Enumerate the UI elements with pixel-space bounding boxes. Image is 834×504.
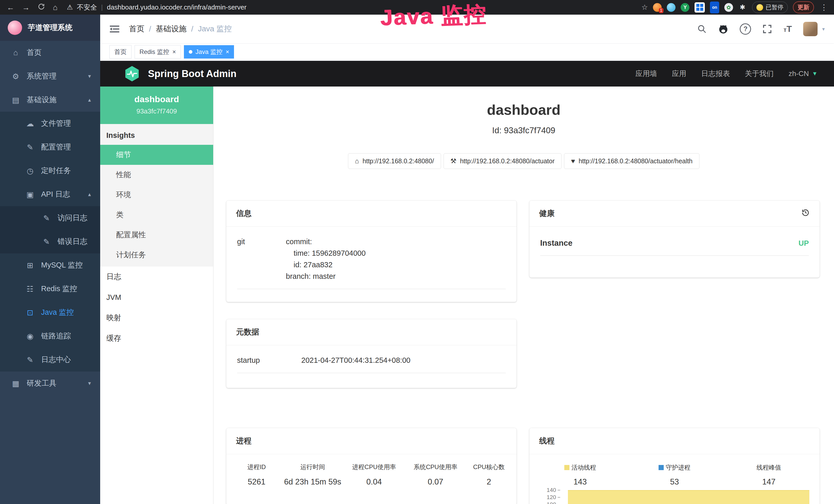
extension-leaf-icon[interactable]: ✿ <box>724 3 733 12</box>
extensions-puzzle-icon[interactable]: ✱ <box>738 3 747 12</box>
extension-teal-icon[interactable] <box>667 3 676 12</box>
tab-home[interactable]: 首页 <box>109 45 132 59</box>
info-card: 信息 git commit: time: 1596289704000 id: 2… <box>226 201 517 302</box>
refresh-icon[interactable] <box>38 3 45 12</box>
close-icon[interactable]: × <box>225 49 229 55</box>
sidebar-item-dev-tools[interactable]: ▦ 研发工具 ▾ <box>0 371 100 395</box>
history-icon[interactable] <box>801 208 810 219</box>
process-col-process-cpu: 进程CPU使用率 0.04 <box>342 463 407 486</box>
sidebar-item-label: Java 监控 <box>41 307 74 318</box>
sidebar-item-log-center[interactable]: ✎ 日志中心 <box>0 348 100 371</box>
breadcrumb-current: Java 监控 <box>198 24 232 34</box>
sidebar-item-label: 链路追踪 <box>41 331 71 341</box>
extension-green-icon[interactable]: Y <box>681 3 689 12</box>
menu-item-mappings[interactable]: 映射 <box>100 307 213 328</box>
legend-active-threads: 活动线程 143 <box>533 463 627 486</box>
info-git-label: git <box>237 236 286 282</box>
sidebar-item-trace[interactable]: ◉ 链路追踪 <box>0 324 100 348</box>
menu-item-metrics[interactable]: 性能 <box>100 165 213 185</box>
app-logo[interactable]: 芋道管理系统 <box>0 15 100 41</box>
sidebar-item-error-logs[interactable]: ✎ 错误日志 <box>0 230 100 253</box>
help-icon[interactable]: ? <box>740 23 751 35</box>
extension-on-icon[interactable]: on <box>710 2 719 13</box>
warning-icon: ⚠ <box>67 3 73 11</box>
page-title: dashboard <box>214 101 834 118</box>
sba-nav-applications[interactable]: 应用 <box>672 69 686 78</box>
sidebar-item-label: 首页 <box>27 47 42 58</box>
update-button[interactable]: 更新 <box>793 1 814 13</box>
insights-section: Insights 细节 性能 环境 类 配置属性 计划任务 <box>100 124 213 267</box>
service-url-button[interactable]: ⌂ http://192.168.0.2:48080/ <box>348 153 441 169</box>
menu-item-config-props[interactable]: 配置属性 <box>100 225 213 245</box>
chevron-up-icon: ▴ <box>88 191 91 198</box>
instance-header[interactable]: dashboard 93a3fc7f7409 <box>100 87 213 124</box>
tab-redis-monitor[interactable]: Redis 监控 × <box>135 45 181 59</box>
close-icon[interactable]: × <box>172 49 176 55</box>
sidebar-item-access-logs[interactable]: ✎ 访问日志 <box>0 206 100 230</box>
browser-chrome: ← → ⌂ ⚠ 不安全 | dashboard.yudao.iocoder.cn… <box>0 0 834 15</box>
search-icon[interactable] <box>697 24 707 34</box>
browser-menu-icon[interactable]: ⋮ <box>819 3 829 12</box>
sidebar-item-java-monitor[interactable]: ⊡ Java 监控 <box>0 301 100 324</box>
hamburger-icon[interactable] <box>109 25 120 33</box>
menu-item-details[interactable]: 细节 <box>100 145 213 165</box>
sidebar-nav: ⌂ 首页 ⚙ 系统管理 ▾ ▤ 基础设施 ▴ ☁ 文件管理 <box>0 41 100 504</box>
extension-orange-icon[interactable]: 1 <box>653 3 662 12</box>
health-url-button[interactable]: ♥ http://192.168.0.2:48080/actuator/heal… <box>564 153 699 169</box>
metadata-card: 元数据 startup 2021-04-27T00:44:31.254+08:0… <box>226 319 517 388</box>
chevron-up-icon: ▴ <box>88 96 91 103</box>
sidebar-item-api-logs[interactable]: ▣ API 日志 ▴ <box>0 183 100 206</box>
menu-item-classes[interactable]: 类 <box>100 205 213 225</box>
legend-daemon-threads: 守护进程 53 <box>627 463 722 486</box>
user-avatar[interactable] <box>803 22 817 36</box>
sidebar-item-config-mgmt[interactable]: ✎ 配置管理 <box>0 135 100 159</box>
y-axis-tick: 100 <box>537 501 560 504</box>
threads-card: 线程 活动线程 143 <box>529 428 820 504</box>
tab-java-monitor[interactable]: Java 监控 × <box>184 45 234 59</box>
sidebar-item-home[interactable]: ⌂ 首页 <box>0 41 100 65</box>
breadcrumb-infra[interactable]: 基础设施 <box>156 24 186 34</box>
sidebar-item-infra[interactable]: ▤ 基础设施 ▴ <box>0 88 100 112</box>
sba-logo-icon[interactable] <box>124 66 140 82</box>
bookmark-star-icon[interactable]: ☆ <box>641 3 648 12</box>
menu-item-scheduled-tasks[interactable]: 计划任务 <box>100 245 213 265</box>
metadata-startup-value: 2021-04-27T00:44:31.254+08:00 <box>301 354 411 366</box>
health-instance-row: Instance UP <box>540 228 809 256</box>
back-icon[interactable]: ← <box>7 4 14 11</box>
instance-name: dashboard <box>105 94 208 104</box>
sidebar-item-scheduled-tasks[interactable]: ◷ 定时任务 <box>0 159 100 183</box>
actuator-url-button[interactable]: ⚒ http://192.168.0.2:48080/actuator <box>444 153 562 169</box>
browser-home-icon[interactable]: ⌂ <box>53 4 58 11</box>
sidebar-item-file-mgmt[interactable]: ☁ 文件管理 <box>0 112 100 135</box>
extension-grid-icon[interactable] <box>695 2 705 13</box>
forward-icon[interactable]: → <box>22 4 30 11</box>
menu-item-logs[interactable]: 日志 <box>100 267 213 287</box>
info-git-row: git commit: time: 1596289704000 id: 27aa… <box>237 228 506 289</box>
address-bar[interactable]: ⚠ 不安全 | dashboard.yudao.iocoder.cn/infra… <box>64 3 641 12</box>
sba-nav-wallboard[interactable]: 应用墙 <box>635 69 657 78</box>
paused-badge[interactable]: 已暂停 <box>752 2 788 13</box>
sidebar-item-label: 配置管理 <box>41 142 71 152</box>
sidebar-item-label: API 日志 <box>41 189 70 200</box>
fullscreen-icon[interactable] <box>762 24 772 34</box>
briefcase-icon: ▦ <box>10 379 21 388</box>
sba-nav-about[interactable]: 关于我们 <box>745 69 774 78</box>
sba-sidebar: dashboard 93a3fc7f7409 Insights 细节 性能 环境… <box>100 87 214 504</box>
github-icon[interactable] <box>718 24 728 34</box>
sba-nav-journal[interactable]: 日志报表 <box>701 69 730 78</box>
menu-item-jvm[interactable]: JVM <box>100 287 213 307</box>
sidebar-item-redis-monitor[interactable]: ☷ Redis 监控 <box>0 277 100 301</box>
active-dot <box>189 50 192 54</box>
access-log-icon: ✎ <box>41 214 52 223</box>
error-log-icon: ✎ <box>41 237 52 246</box>
sba-brand[interactable]: Spring Boot Admin <box>148 68 237 79</box>
breadcrumb-home[interactable]: 首页 <box>129 24 144 34</box>
locale-selector[interactable]: zh-CN ▼ <box>789 70 817 78</box>
health-instance-label: Instance <box>540 238 572 248</box>
font-size-icon[interactable]: тT <box>784 24 792 34</box>
menu-item-environment[interactable]: 环境 <box>100 185 213 205</box>
topbar: 首页 / 基础设施 / Java 监控 ? <box>100 15 834 43</box>
menu-item-caches[interactable]: 缓存 <box>100 328 213 349</box>
sidebar-item-mysql-monitor[interactable]: ⊞ MySQL 监控 <box>0 253 100 277</box>
sidebar-item-system[interactable]: ⚙ 系统管理 ▾ <box>0 65 100 88</box>
